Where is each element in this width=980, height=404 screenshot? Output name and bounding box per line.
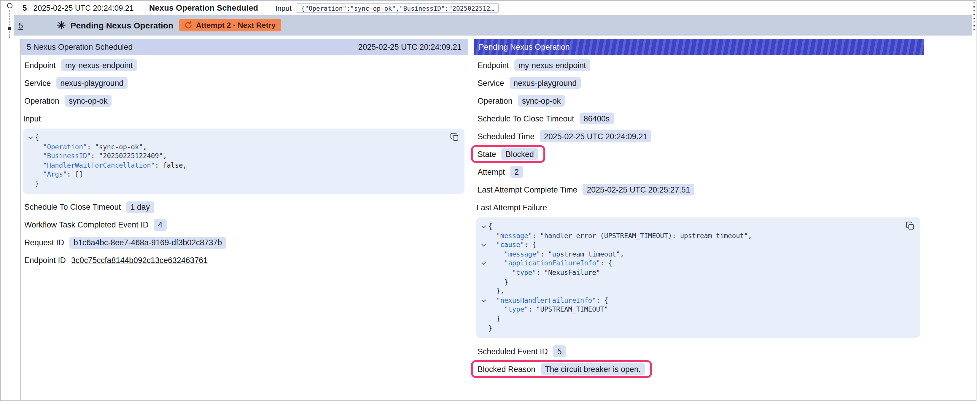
code-line: "cause": { bbox=[479, 241, 915, 250]
field-row: Operationsync-op-ok bbox=[476, 95, 566, 107]
code-gutter bbox=[26, 179, 35, 189]
scheduled-panel-body: Endpointmy-nexus-endpointServicenexus-pl… bbox=[21, 55, 468, 269]
scrollbar-dot bbox=[974, 21, 975, 23]
input-json-preview: {"Operation":"sync-op-ok","BusinessID":"… bbox=[296, 3, 499, 13]
annotation-highlight: StateBlocked bbox=[476, 148, 539, 160]
field-label: Last Attempt Complete Time bbox=[477, 185, 577, 194]
field-label: Last Attempt Failure bbox=[476, 203, 547, 212]
field-attempt: Attempt2 bbox=[476, 163, 920, 181]
event-timeline bbox=[6, 3, 13, 38]
retry-badge-label: Attempt 2 · Next Retry bbox=[196, 21, 275, 30]
code-line: } bbox=[479, 277, 915, 287]
field-request-id: Request IDb1c6a4bc-8ee7-468a-9169-df3b02… bbox=[23, 234, 465, 252]
scrollbar[interactable] bbox=[973, 2, 975, 30]
code-line: "nexusHandlerFailureInfo": { bbox=[479, 296, 915, 305]
field-row: Request IDb1c6a4bc-8ee7-468a-9169-df3b02… bbox=[23, 237, 227, 249]
timeline-dashed-connector bbox=[9, 32, 10, 38]
copy-icon[interactable] bbox=[906, 222, 915, 230]
field-input: Input bbox=[23, 109, 465, 127]
last-attempt-failure-json-viewer: { "message": "handler error (UPSTREAM_TI… bbox=[476, 217, 920, 337]
code-text: "cause": { bbox=[488, 241, 536, 250]
event-title: Nexus Operation Scheduled bbox=[149, 3, 258, 13]
scrollbar-dot bbox=[974, 6, 975, 8]
code-gutter bbox=[26, 170, 35, 179]
field-row: Attempt2 bbox=[476, 166, 524, 178]
code-gutter bbox=[479, 287, 488, 296]
field-row: Schedule To Close Timeout1 day bbox=[23, 201, 155, 213]
field-value-chip: 4 bbox=[154, 219, 167, 231]
code-text: }, bbox=[488, 287, 504, 296]
code-line: } bbox=[479, 324, 915, 333]
code-text: "type": "NexusFailure" bbox=[488, 268, 600, 277]
input-label: Input bbox=[275, 4, 291, 12]
asterisk-icon bbox=[57, 21, 66, 30]
refresh-clockwise-icon bbox=[185, 21, 192, 29]
field-label: Endpoint bbox=[477, 61, 509, 70]
field-label: Schedule To Close Timeout bbox=[24, 203, 121, 211]
chevron-down-icon[interactable] bbox=[479, 222, 488, 231]
field-last-attempt-complete-time: Last Attempt Complete Time2025-02-25 UTC… bbox=[476, 181, 920, 198]
field-label: Attempt bbox=[477, 167, 505, 176]
retry-badge: Attempt 2 · Next Retry bbox=[179, 19, 281, 32]
code-gutter bbox=[479, 324, 488, 333]
code-text: { bbox=[488, 222, 492, 231]
field-value-chip: 5 bbox=[553, 345, 566, 357]
code-line: }, bbox=[479, 287, 915, 296]
pending-panel-header: Pending Nexus Operation bbox=[474, 39, 924, 55]
chevron-down-icon[interactable] bbox=[479, 296, 488, 305]
field-row: Scheduled Event ID5 bbox=[476, 345, 567, 357]
field-label: Workflow Task Completed Event ID bbox=[24, 220, 149, 229]
history-row-pending-nexus-operation[interactable]: 5 Pending Nexus Operation Attempt 2 · Ne… bbox=[14, 15, 972, 36]
code-gutter bbox=[479, 315, 488, 324]
code-text: "BusinessID": "20250225122409", bbox=[35, 152, 167, 161]
code-gutter bbox=[26, 161, 35, 170]
field-endpoint: Endpointmy-nexus-endpoint bbox=[476, 56, 920, 74]
event-timestamp: 2025-02-25 UTC 20:24:09.21 bbox=[33, 3, 134, 13]
field-value-chip: sync-op-ok bbox=[518, 95, 565, 107]
field-row: Last Attempt Complete Time2025-02-25 UTC… bbox=[476, 184, 695, 195]
field-schedule-to-close-timeout: Schedule To Close Timeout1 day bbox=[23, 198, 465, 216]
code-line: "message": "handler error (UPSTREAM_TIME… bbox=[479, 231, 915, 241]
code-text: "Args": [] bbox=[35, 170, 83, 179]
field-row: Servicenexus-playground bbox=[476, 77, 582, 89]
scheduled-panel-header: 5 Nexus Operation Scheduled 2025-02-25 U… bbox=[21, 39, 468, 55]
code-line: "Operation": "sync-op-ok", bbox=[26, 143, 460, 152]
field-label: Service bbox=[477, 79, 504, 87]
code-text: "Operation": "sync-op-ok", bbox=[35, 143, 147, 152]
field-label: Service bbox=[24, 79, 51, 87]
field-row: Endpointmy-nexus-endpoint bbox=[476, 59, 592, 71]
code-gutter bbox=[479, 250, 488, 259]
field-row: Schedule To Close Timeout86400s bbox=[476, 112, 615, 124]
code-text: "type": "UPSTREAM_TIMEOUT" bbox=[488, 305, 608, 315]
code-line: "Args": [] bbox=[26, 170, 460, 179]
panel-header-timestamp: 2025-02-25 UTC 20:24:09.21 bbox=[358, 43, 461, 52]
chevron-down-icon[interactable] bbox=[26, 133, 35, 143]
field-row: Workflow Task Completed Event ID4 bbox=[23, 219, 168, 231]
field-last-attempt-failure: Last Attempt Failure bbox=[476, 198, 920, 216]
code-gutter bbox=[26, 143, 35, 152]
field-value-chip: 2025-02-25 UTC 20:25:27.51 bbox=[582, 184, 694, 195]
field-row: Endpointmy-nexus-endpoint bbox=[23, 59, 138, 71]
code-line: "HandlerWaitForCancellation": false, bbox=[26, 161, 460, 170]
code-text: "HandlerWaitForCancellation": false, bbox=[35, 161, 187, 170]
chevron-down-icon[interactable] bbox=[479, 259, 488, 268]
chevron-down-icon[interactable] bbox=[479, 241, 488, 250]
code-text: } bbox=[35, 179, 39, 189]
field-label: Operation bbox=[477, 96, 512, 105]
code-gutter bbox=[479, 277, 488, 287]
history-row-nexus-operation-scheduled[interactable]: 5 2025-02-25 UTC 20:24:09.21 Nexus Opera… bbox=[14, 1, 972, 15]
field-operation: Operationsync-op-ok bbox=[476, 92, 920, 109]
scrollbar-dot bbox=[974, 14, 975, 15]
endpoint-id-link[interactable]: 3c0c75ccfa8144b092c13ce632463761 bbox=[71, 256, 208, 265]
panel-header-title: 5 Nexus Operation Scheduled bbox=[27, 43, 133, 52]
field-label: Scheduled Time bbox=[477, 132, 535, 141]
copy-icon[interactable] bbox=[450, 133, 459, 142]
event-id-link[interactable]: 5 bbox=[18, 21, 23, 30]
field-value-chip: sync-op-ok bbox=[65, 95, 112, 107]
field-value-chip: 2025-02-25 UTC 20:24:09.21 bbox=[540, 130, 651, 142]
field-service: Servicenexus-playground bbox=[23, 74, 465, 92]
event-history-view: 5 2025-02-25 UTC 20:24:09.21 Nexus Opera… bbox=[0, 0, 980, 404]
field-row: Servicenexus-playground bbox=[23, 77, 129, 89]
field-endpoint-id: Endpoint ID3c0c75ccfa8144b092c13ce632463… bbox=[23, 252, 465, 269]
code-line: "applicationFailureInfo": { bbox=[479, 259, 915, 268]
